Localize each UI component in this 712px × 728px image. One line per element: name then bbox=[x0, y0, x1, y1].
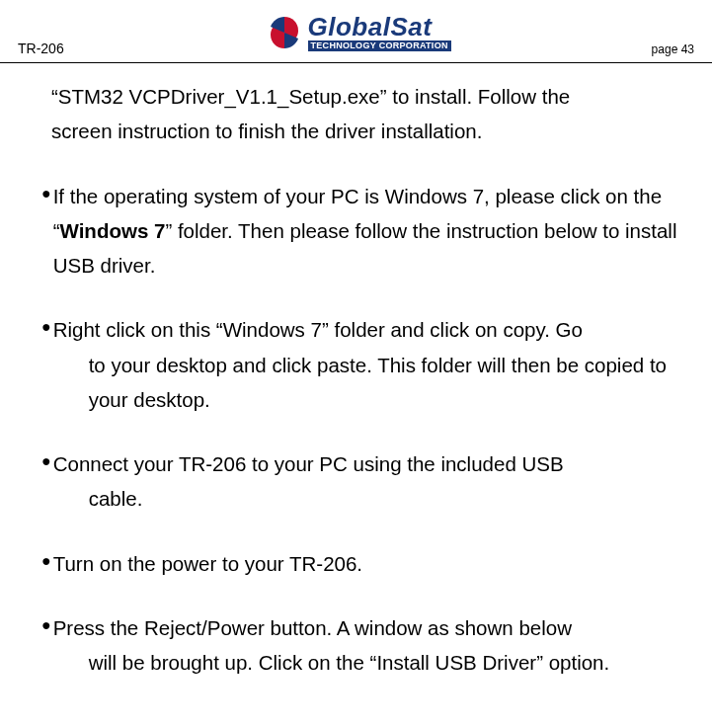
bullet-text: Connect your TR-206 to your PC using the… bbox=[53, 446, 694, 517]
bullet-text: Turn on the power to your TR-206. bbox=[53, 546, 694, 581]
bullet-windows7-intro: ● If the operating system of your PC is … bbox=[18, 179, 694, 283]
text: Press the Reject/Power button. A window … bbox=[53, 610, 694, 645]
bold-text: Windows 7 bbox=[60, 219, 166, 242]
bullet-reject-power: ● Press the Reject/Power button. A windo… bbox=[18, 610, 694, 681]
bullet-connect-usb: ● Connect your TR-206 to your PC using t… bbox=[18, 446, 694, 517]
logo-name: GlobalSat bbox=[308, 14, 451, 40]
logo-container: GlobalSat TECHNOLOGY CORPORATION bbox=[64, 4, 652, 60]
logo-text-block: GlobalSat TECHNOLOGY CORPORATION bbox=[308, 14, 451, 51]
bullet-power-on: ● Turn on the power to your TR-206. bbox=[18, 546, 694, 581]
bullet-icon: ● bbox=[41, 610, 53, 681]
globalsat-icon bbox=[265, 13, 304, 52]
page-header: TR-206 GlobalSat TECHNOLOGY CORPORATION … bbox=[0, 0, 712, 63]
bullet-icon: ● bbox=[41, 546, 53, 581]
model-label: TR-206 bbox=[18, 40, 64, 60]
text: Turn on the power to your TR-206. bbox=[53, 552, 362, 575]
bullet-text: If the operating system of your PC is Wi… bbox=[53, 179, 694, 283]
text: “STM32 VCPDriver_V1.1_Setup.exe” to inst… bbox=[51, 85, 570, 108]
bullet-icon: ● bbox=[41, 446, 53, 517]
text: Right click on this “Windows 7” folder a… bbox=[53, 312, 694, 347]
page-content: “STM32 VCPDriver_V1.1_Setup.exe” to inst… bbox=[0, 63, 712, 680]
brand-logo: GlobalSat TECHNOLOGY CORPORATION bbox=[265, 13, 451, 52]
bullet-icon: ● bbox=[41, 179, 53, 283]
text: cable. bbox=[53, 481, 694, 516]
page-number: page 43 bbox=[652, 42, 694, 60]
bullet-copy-folder: ● Right click on this “Windows 7” folder… bbox=[18, 312, 694, 417]
text: Connect your TR-206 to your PC using the… bbox=[53, 446, 694, 481]
bullet-text: Right click on this “Windows 7” folder a… bbox=[53, 312, 694, 417]
text: screen instruction to finish the driver … bbox=[51, 120, 482, 142]
bullet-icon: ● bbox=[41, 312, 53, 417]
logo-subtitle: TECHNOLOGY CORPORATION bbox=[308, 40, 451, 51]
text: to your desktop and click paste. This fo… bbox=[53, 348, 694, 418]
bullet-text: Press the Reject/Power button. A window … bbox=[53, 610, 694, 681]
text: will be brought up. Click on the “Instal… bbox=[53, 645, 694, 680]
paragraph-continuation: “STM32 VCPDriver_V1.1_Setup.exe” to inst… bbox=[18, 79, 694, 149]
